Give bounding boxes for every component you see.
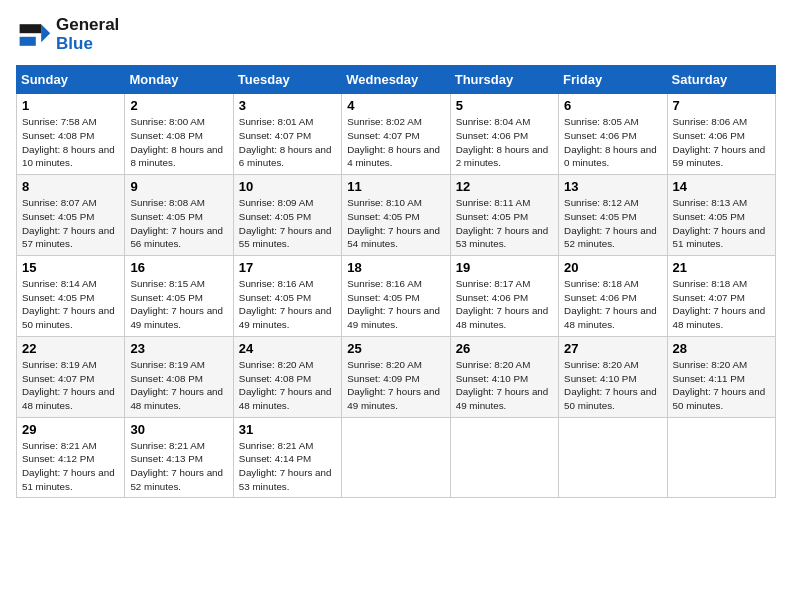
- svg-rect-3: [20, 36, 36, 45]
- day-number: 30: [130, 422, 227, 437]
- day-cell: 3 Sunrise: 8:01 AMSunset: 4:07 PMDayligh…: [233, 94, 341, 175]
- day-number: 26: [456, 341, 553, 356]
- week-row-1: 1 Sunrise: 7:58 AMSunset: 4:08 PMDayligh…: [17, 94, 776, 175]
- day-number: 27: [564, 341, 661, 356]
- day-info: Sunrise: 8:18 AMSunset: 4:06 PMDaylight:…: [564, 277, 661, 332]
- logo: General Blue: [16, 16, 119, 53]
- day-number: 12: [456, 179, 553, 194]
- day-number: 8: [22, 179, 119, 194]
- day-number: 2: [130, 98, 227, 113]
- day-cell: 21 Sunrise: 8:18 AMSunset: 4:07 PMDaylig…: [667, 256, 775, 337]
- day-cell: 25 Sunrise: 8:20 AMSunset: 4:09 PMDaylig…: [342, 336, 450, 417]
- day-number: 7: [673, 98, 770, 113]
- day-info: Sunrise: 8:02 AMSunset: 4:07 PMDaylight:…: [347, 115, 444, 170]
- day-cell: 20 Sunrise: 8:18 AMSunset: 4:06 PMDaylig…: [559, 256, 667, 337]
- day-cell: [559, 417, 667, 498]
- day-info: Sunrise: 8:08 AMSunset: 4:05 PMDaylight:…: [130, 196, 227, 251]
- day-cell: 24 Sunrise: 8:20 AMSunset: 4:08 PMDaylig…: [233, 336, 341, 417]
- day-cell: 8 Sunrise: 8:07 AMSunset: 4:05 PMDayligh…: [17, 175, 125, 256]
- weekday-header-tuesday: Tuesday: [233, 66, 341, 94]
- day-number: 17: [239, 260, 336, 275]
- day-cell: [667, 417, 775, 498]
- day-cell: 7 Sunrise: 8:06 AMSunset: 4:06 PMDayligh…: [667, 94, 775, 175]
- day-info: Sunrise: 8:20 AMSunset: 4:10 PMDaylight:…: [456, 358, 553, 413]
- day-info: Sunrise: 8:20 AMSunset: 4:09 PMDaylight:…: [347, 358, 444, 413]
- day-info: Sunrise: 8:18 AMSunset: 4:07 PMDaylight:…: [673, 277, 770, 332]
- calendar: SundayMondayTuesdayWednesdayThursdayFrid…: [16, 65, 776, 498]
- day-number: 23: [130, 341, 227, 356]
- day-info: Sunrise: 8:21 AMSunset: 4:12 PMDaylight:…: [22, 439, 119, 494]
- week-row-4: 22 Sunrise: 8:19 AMSunset: 4:07 PMDaylig…: [17, 336, 776, 417]
- weekday-header-sunday: Sunday: [17, 66, 125, 94]
- day-cell: 9 Sunrise: 8:08 AMSunset: 4:05 PMDayligh…: [125, 175, 233, 256]
- day-info: Sunrise: 8:20 AMSunset: 4:08 PMDaylight:…: [239, 358, 336, 413]
- day-info: Sunrise: 8:17 AMSunset: 4:06 PMDaylight:…: [456, 277, 553, 332]
- day-cell: 14 Sunrise: 8:13 AMSunset: 4:05 PMDaylig…: [667, 175, 775, 256]
- day-cell: 10 Sunrise: 8:09 AMSunset: 4:05 PMDaylig…: [233, 175, 341, 256]
- weekday-header-saturday: Saturday: [667, 66, 775, 94]
- day-cell: 1 Sunrise: 7:58 AMSunset: 4:08 PMDayligh…: [17, 94, 125, 175]
- day-info: Sunrise: 8:20 AMSunset: 4:10 PMDaylight:…: [564, 358, 661, 413]
- day-number: 15: [22, 260, 119, 275]
- day-number: 20: [564, 260, 661, 275]
- day-number: 21: [673, 260, 770, 275]
- day-cell: 17 Sunrise: 8:16 AMSunset: 4:05 PMDaylig…: [233, 256, 341, 337]
- day-info: Sunrise: 8:12 AMSunset: 4:05 PMDaylight:…: [564, 196, 661, 251]
- day-cell: 27 Sunrise: 8:20 AMSunset: 4:10 PMDaylig…: [559, 336, 667, 417]
- day-number: 1: [22, 98, 119, 113]
- day-info: Sunrise: 8:04 AMSunset: 4:06 PMDaylight:…: [456, 115, 553, 170]
- day-cell: 15 Sunrise: 8:14 AMSunset: 4:05 PMDaylig…: [17, 256, 125, 337]
- day-number: 16: [130, 260, 227, 275]
- day-info: Sunrise: 8:15 AMSunset: 4:05 PMDaylight:…: [130, 277, 227, 332]
- day-info: Sunrise: 8:00 AMSunset: 4:08 PMDaylight:…: [130, 115, 227, 170]
- day-info: Sunrise: 8:01 AMSunset: 4:07 PMDaylight:…: [239, 115, 336, 170]
- svg-rect-2: [20, 24, 42, 33]
- day-number: 28: [673, 341, 770, 356]
- day-info: Sunrise: 8:09 AMSunset: 4:05 PMDaylight:…: [239, 196, 336, 251]
- day-cell: 11 Sunrise: 8:10 AMSunset: 4:05 PMDaylig…: [342, 175, 450, 256]
- weekday-header-friday: Friday: [559, 66, 667, 94]
- day-cell: 16 Sunrise: 8:15 AMSunset: 4:05 PMDaylig…: [125, 256, 233, 337]
- day-cell: [450, 417, 558, 498]
- week-row-2: 8 Sunrise: 8:07 AMSunset: 4:05 PMDayligh…: [17, 175, 776, 256]
- day-cell: 26 Sunrise: 8:20 AMSunset: 4:10 PMDaylig…: [450, 336, 558, 417]
- day-info: Sunrise: 8:19 AMSunset: 4:08 PMDaylight:…: [130, 358, 227, 413]
- day-info: Sunrise: 8:05 AMSunset: 4:06 PMDaylight:…: [564, 115, 661, 170]
- day-cell: 2 Sunrise: 8:00 AMSunset: 4:08 PMDayligh…: [125, 94, 233, 175]
- day-info: Sunrise: 8:11 AMSunset: 4:05 PMDaylight:…: [456, 196, 553, 251]
- day-cell: 22 Sunrise: 8:19 AMSunset: 4:07 PMDaylig…: [17, 336, 125, 417]
- day-info: Sunrise: 8:13 AMSunset: 4:05 PMDaylight:…: [673, 196, 770, 251]
- day-cell: 19 Sunrise: 8:17 AMSunset: 4:06 PMDaylig…: [450, 256, 558, 337]
- day-info: Sunrise: 8:16 AMSunset: 4:05 PMDaylight:…: [347, 277, 444, 332]
- day-cell: 13 Sunrise: 8:12 AMSunset: 4:05 PMDaylig…: [559, 175, 667, 256]
- day-cell: 12 Sunrise: 8:11 AMSunset: 4:05 PMDaylig…: [450, 175, 558, 256]
- calendar-body: 1 Sunrise: 7:58 AMSunset: 4:08 PMDayligh…: [17, 94, 776, 498]
- day-cell: 5 Sunrise: 8:04 AMSunset: 4:06 PMDayligh…: [450, 94, 558, 175]
- logo-text: General Blue: [56, 16, 119, 53]
- day-info: Sunrise: 8:06 AMSunset: 4:06 PMDaylight:…: [673, 115, 770, 170]
- day-number: 5: [456, 98, 553, 113]
- day-number: 4: [347, 98, 444, 113]
- header: General Blue: [16, 16, 776, 53]
- day-cell: 29 Sunrise: 8:21 AMSunset: 4:12 PMDaylig…: [17, 417, 125, 498]
- weekday-header-monday: Monday: [125, 66, 233, 94]
- day-info: Sunrise: 8:21 AMSunset: 4:14 PMDaylight:…: [239, 439, 336, 494]
- day-info: Sunrise: 8:19 AMSunset: 4:07 PMDaylight:…: [22, 358, 119, 413]
- day-info: Sunrise: 8:14 AMSunset: 4:05 PMDaylight:…: [22, 277, 119, 332]
- day-cell: 30 Sunrise: 8:21 AMSunset: 4:13 PMDaylig…: [125, 417, 233, 498]
- day-cell: 23 Sunrise: 8:19 AMSunset: 4:08 PMDaylig…: [125, 336, 233, 417]
- day-number: 10: [239, 179, 336, 194]
- weekday-header-wednesday: Wednesday: [342, 66, 450, 94]
- day-number: 19: [456, 260, 553, 275]
- day-number: 24: [239, 341, 336, 356]
- day-number: 25: [347, 341, 444, 356]
- day-number: 31: [239, 422, 336, 437]
- day-number: 11: [347, 179, 444, 194]
- week-row-5: 29 Sunrise: 8:21 AMSunset: 4:12 PMDaylig…: [17, 417, 776, 498]
- day-number: 22: [22, 341, 119, 356]
- day-number: 18: [347, 260, 444, 275]
- weekday-header-thursday: Thursday: [450, 66, 558, 94]
- day-number: 13: [564, 179, 661, 194]
- weekday-header: SundayMondayTuesdayWednesdayThursdayFrid…: [17, 66, 776, 94]
- day-number: 29: [22, 422, 119, 437]
